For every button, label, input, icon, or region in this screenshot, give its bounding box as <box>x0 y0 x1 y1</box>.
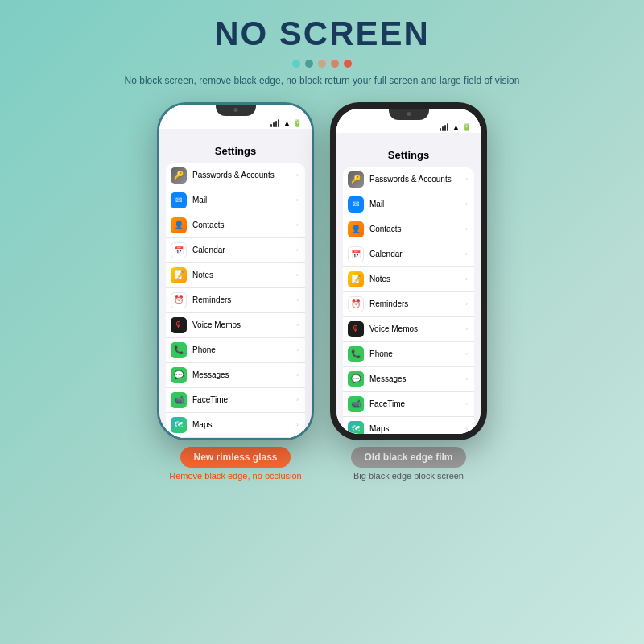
list-item: 🗺Maps› <box>343 417 474 434</box>
new-phone-frame: ▲ 🔋 Settings 🔑Passwords & Accounts›✉Mail… <box>157 102 314 440</box>
list-item: 📹FaceTime› <box>343 392 474 417</box>
status-bar-old: ▲ 🔋 <box>336 120 481 133</box>
item-label: Passwords & Accounts <box>369 175 465 184</box>
chevron-icon: › <box>296 246 299 254</box>
messages-icon: 💬 <box>348 371 364 387</box>
dot-2 <box>305 60 313 68</box>
status-bar-new: ▲ 🔋 <box>159 116 312 129</box>
signal-bars-new <box>270 119 279 127</box>
chevron-icon: › <box>465 275 468 283</box>
item-label: Calendar <box>369 250 465 258</box>
item-label: Voice Memos <box>369 324 465 333</box>
contacts-icon: 👤 <box>348 221 364 237</box>
item-label: Calendar <box>192 246 296 254</box>
list-item: 📅Calendar› <box>343 242 474 267</box>
settings-list-new: 🔑Passwords & Accounts›✉Mail›👤Contacts›📅C… <box>166 163 305 438</box>
chevron-icon: › <box>465 225 468 233</box>
header-section: NO SCREEN No block screen, remove black … <box>0 0 644 94</box>
new-phone-screen: ▲ 🔋 Settings 🔑Passwords & Accounts›✉Mail… <box>159 105 312 438</box>
chevron-icon: › <box>296 171 299 179</box>
main-title: NO SCREEN <box>16 14 628 53</box>
item-label: Mail <box>192 196 296 204</box>
item-label: Phone <box>192 345 296 354</box>
list-item: 📝Notes› <box>343 267 474 292</box>
item-label: Passwords & Accounts <box>192 171 296 180</box>
list-item: ✉Mail› <box>343 192 474 217</box>
list-item: ✉Mail› <box>166 188 305 213</box>
notch-dot-old <box>407 112 411 116</box>
list-item: ⏰Reminders› <box>343 292 474 317</box>
chevron-icon: › <box>465 200 468 208</box>
item-label: Mail <box>369 200 465 208</box>
list-item: 🎙Voice Memos› <box>166 313 305 338</box>
chevron-icon: › <box>296 346 299 353</box>
notch-dot-new <box>233 108 237 112</box>
old-phone-sublabel: Big black edge block screen <box>353 471 464 481</box>
voicememos-icon: 🎙 <box>348 321 364 337</box>
dot-3 <box>318 60 326 68</box>
item-label: Notes <box>192 270 296 279</box>
list-item: 📞Phone› <box>166 338 305 363</box>
messages-icon: 💬 <box>171 367 187 383</box>
chevron-icon: › <box>296 371 299 378</box>
subtitle: No block screen, remove black edge, no b… <box>16 74 628 88</box>
chevron-icon: › <box>465 350 468 357</box>
old-phone-label: Old black edge film <box>351 447 465 468</box>
new-phone-sublabel: Remove black edge, no occlusion <box>169 471 301 481</box>
notes-icon: 📝 <box>348 271 364 287</box>
phone-icon: 📞 <box>348 346 364 362</box>
list-item: ⏰Reminders› <box>166 288 305 313</box>
contacts-icon: 👤 <box>171 217 187 233</box>
list-item: 🔑Passwords & Accounts› <box>166 163 305 188</box>
reminders-icon: ⏰ <box>348 296 364 312</box>
chevron-icon: › <box>465 250 468 258</box>
chevron-icon: › <box>465 300 468 308</box>
new-phone-wrapper: ▲ 🔋 Settings 🔑Passwords & Accounts›✉Mail… <box>157 102 314 638</box>
calendar-icon: 📅 <box>171 242 187 258</box>
new-phone-label: New rimless glass <box>180 447 290 468</box>
item-label: Contacts <box>192 221 296 229</box>
chevron-icon: › <box>296 321 299 328</box>
phone-icon: 📞 <box>171 342 187 358</box>
list-item: 🗺Maps› <box>166 413 305 438</box>
list-item: 🎙Voice Memos› <box>343 317 474 342</box>
item-label: Reminders <box>192 295 296 304</box>
notes-icon: 📝 <box>171 267 187 283</box>
voicememos-icon: 🎙 <box>171 317 187 333</box>
mail-icon: ✉ <box>171 192 187 208</box>
status-icons-new: ▲ 🔋 <box>270 119 302 127</box>
list-item: 👤Contacts› <box>343 217 474 242</box>
mail-icon: ✉ <box>348 196 364 213</box>
item-label: Messages <box>369 374 465 383</box>
chevron-icon: › <box>465 425 468 432</box>
chevron-icon: › <box>296 271 299 279</box>
list-item: 📅Calendar› <box>166 238 305 263</box>
facetime-icon: 📹 <box>171 392 187 408</box>
reminders-icon: ⏰ <box>171 292 187 308</box>
chevron-icon: › <box>465 400 468 407</box>
chevron-icon: › <box>296 221 299 229</box>
status-icons-old: ▲ 🔋 <box>440 123 471 131</box>
dot-5 <box>344 60 352 68</box>
item-label: FaceTime <box>192 395 296 404</box>
old-phone-screen: ▲ 🔋 Settings 🔑Passwords & Accounts›✉Mail… <box>336 109 481 434</box>
item-label: Maps <box>369 424 465 433</box>
notch-new <box>216 105 256 116</box>
color-dots <box>16 60 628 68</box>
phones-container: ▲ 🔋 Settings 🔑Passwords & Accounts›✉Mail… <box>141 94 503 644</box>
item-label: Messages <box>192 370 296 379</box>
facetime-icon: 📹 <box>348 396 364 412</box>
list-item: 📞Phone› <box>343 342 474 367</box>
dot-4 <box>331 60 339 68</box>
old-phone-wrapper: ▲ 🔋 Settings 🔑Passwords & Accounts›✉Mail… <box>330 102 487 638</box>
item-label: Contacts <box>369 225 465 233</box>
chevron-icon: › <box>296 196 299 204</box>
maps-icon: 🗺 <box>348 421 364 434</box>
chevron-icon: › <box>465 375 468 382</box>
chevron-icon: › <box>465 175 468 183</box>
list-item: 📝Notes› <box>166 263 305 288</box>
passwords-icon: 🔑 <box>348 171 364 188</box>
calendar-icon: 📅 <box>348 246 364 262</box>
list-item: 💬Messages› <box>166 363 305 388</box>
item-label: Reminders <box>369 299 465 308</box>
